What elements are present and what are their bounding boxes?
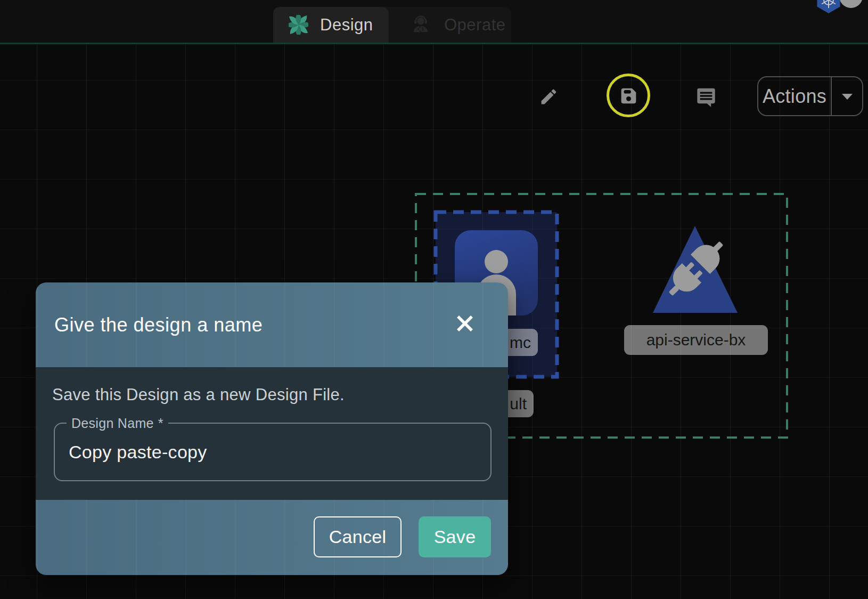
top-navbar: Design Operate	[0, 0, 868, 44]
close-icon[interactable]	[454, 313, 476, 334]
modal-title: Give the design a name	[54, 314, 263, 336]
kubernetes-context-badge[interactable]	[814, 0, 865, 28]
triangle-node[interactable]	[653, 226, 738, 313]
comment-icon[interactable]	[695, 86, 717, 108]
tab-design[interactable]: Design	[273, 7, 389, 43]
meshery-logo-icon	[289, 15, 308, 35]
modal-footer: Cancel Save	[36, 500, 508, 575]
save-button[interactable]: Save	[419, 516, 491, 557]
kubernetes-icon	[817, 0, 840, 13]
modal-header: Give the design a name	[36, 282, 508, 367]
avatar-circle	[839, 0, 863, 8]
actions-split-button: Actions	[757, 76, 863, 116]
mode-tabs: Design Operate	[273, 7, 511, 43]
tab-operate-label: Operate	[444, 15, 506, 35]
design-name-input[interactable]: Copy paste-copy	[69, 424, 207, 480]
actions-button[interactable]: Actions	[758, 77, 831, 115]
design-name-field[interactable]: Design Name* Copy paste-copy	[54, 423, 492, 481]
save-icon[interactable]	[619, 86, 638, 106]
tab-operate[interactable]: Operate	[389, 7, 511, 43]
cancel-button[interactable]: Cancel	[314, 516, 402, 557]
tab-design-label: Design	[320, 15, 373, 35]
edit-pencil-icon[interactable]	[539, 87, 559, 107]
headset-icon	[410, 14, 431, 36]
chevron-down-icon	[841, 93, 854, 100]
modal-body: Save this Design as a new Design File. D…	[36, 367, 508, 500]
actions-dropdown-button[interactable]	[832, 77, 862, 115]
save-design-modal: Give the design a name Save this Design …	[36, 282, 508, 575]
modal-description: Save this Design as a new Design File.	[52, 385, 345, 404]
node-label-pill: api-service-bx	[624, 325, 768, 355]
